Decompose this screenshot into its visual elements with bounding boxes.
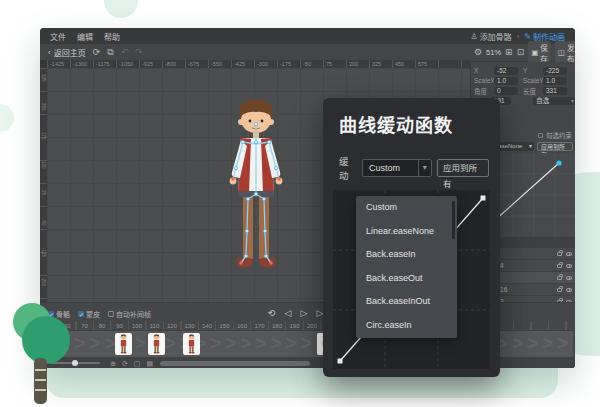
save-button[interactable]: ▣ 保存 [528, 41, 551, 65]
property-label: X [471, 67, 494, 74]
ruler-top-label: -175 [280, 61, 291, 67]
chevron-down-icon: ▾ [529, 142, 532, 151]
eye-icon[interactable] [566, 264, 572, 268]
publish-button[interactable]: ◫ 发布 [555, 41, 575, 65]
easing-option[interactable]: Back.easeIn [356, 243, 457, 267]
property-value-field[interactable]: 1.0 [494, 77, 518, 85]
gear-icon[interactable]: ⚙ [474, 48, 482, 57]
ruler-top-label: -925 [142, 61, 153, 67]
ruler-left-label: 325 [41, 74, 46, 82]
slider-handle[interactable] [72, 360, 78, 366]
property-select[interactable]: 自选▾ [533, 97, 575, 105]
apply-all-button[interactable]: 应用到所有 [437, 159, 489, 177]
ruler-left-label: 25 [41, 190, 46, 195]
play-icon[interactable]: ▷ [300, 309, 307, 318]
ruler-top-label: -425 [234, 61, 245, 67]
easing-option[interactable]: Linear.easeNone [356, 220, 457, 244]
pen-icon: ✎ [524, 32, 531, 41]
add-icon[interactable]: ⊕ [110, 360, 116, 367]
menu-item[interactable]: 编辑 [77, 31, 93, 42]
duplicate-icon[interactable]: ⧉ [107, 48, 113, 57]
property-value-field[interactable]: 0 [494, 87, 518, 95]
refresh-icon[interactable]: ⟳ [93, 48, 101, 57]
menu-item[interactable]: 文件 [50, 31, 66, 42]
zoom-in-icon[interactable]: ⊞ [505, 48, 513, 57]
menu-item[interactable]: 帮助 [104, 31, 120, 42]
ruler-top-label: -1425 [50, 61, 64, 67]
toggle-label: 自动补间帧 [116, 309, 151, 319]
property-value-field[interactable]: -225 [543, 67, 567, 75]
ruler-top-label: -1050 [119, 61, 133, 67]
ruler-top-label: 450 [395, 61, 404, 67]
easing-select[interactable]: Custom ▾ [362, 159, 432, 177]
lock-icon[interactable] [557, 264, 562, 268]
frame-number: 200 [304, 323, 320, 329]
zoom-level[interactable]: 51% [486, 48, 501, 57]
curve-handle-end [481, 196, 486, 201]
timeline-footer-icons: ⊕⟳▢▤ [110, 357, 153, 368]
property-value-field[interactable]: -52 [494, 67, 518, 75]
playback-controls: ⟲◁▷▷▏ [268, 306, 330, 321]
loop-icon[interactable]: ⟲ [268, 309, 276, 318]
ruler-left-label: 100 [41, 161, 46, 169]
timeline-toggle[interactable]: ✓蒙皮 [78, 309, 100, 319]
keyframe-thumbnail[interactable] [115, 333, 132, 355]
property-label: 长度 [520, 86, 543, 96]
lock-icon[interactable] [557, 252, 562, 256]
property-label: ScaleX [471, 77, 494, 84]
back-chevron-icon: ‹ [48, 48, 51, 57]
frame-number: 170 [252, 323, 268, 329]
ruler-top-label: -300 [257, 61, 268, 67]
timeline-toggle[interactable]: 自动补间帧 [108, 309, 151, 319]
undo-icon[interactable]: ↶ [121, 48, 129, 57]
list-scrollbar[interactable] [452, 201, 455, 239]
easing-options-list: CustomLinear.easeNoneBack.easeInBack.eas… [356, 196, 457, 338]
curve-handle-cyan [556, 160, 561, 165]
back-home-button[interactable]: ‹ 返回主页 [48, 47, 86, 58]
eye-icon[interactable] [566, 276, 572, 280]
frame-number: 130 [182, 323, 198, 329]
publish-icon: ◫ [558, 48, 565, 57]
character-illustration[interactable] [196, 86, 316, 286]
prev-frame-icon[interactable]: ◁ [285, 309, 292, 318]
easing-option[interactable]: Custom [356, 196, 457, 220]
keyframe-thumbnail[interactable] [148, 333, 165, 355]
property-value-field[interactable]: 331 [543, 87, 567, 95]
vertical-ruler: 32525017510025-50-125-200 [40, 68, 47, 302]
workflow-steps: ♙ 添加骨骼 › ✎ 制作动画 [470, 31, 565, 42]
frame-number: 180 [269, 323, 285, 329]
ruler-corner [40, 60, 47, 68]
panel-apply-all-button[interactable]: 应用到所有 [537, 142, 573, 151]
decor-circle-top [104, 0, 138, 18]
curve-handle-start [338, 359, 343, 364]
chevron-down-icon: ▾ [571, 97, 574, 105]
easing-option[interactable]: Back.easeOut [356, 267, 457, 291]
ruler-top-label: -1175 [96, 61, 110, 67]
checkbox-icon [108, 311, 114, 317]
lock-icon[interactable] [557, 276, 562, 280]
redo-icon[interactable]: ↷ [135, 48, 143, 57]
add-skeleton-step[interactable]: ♙ 添加骨骼 [470, 31, 511, 42]
constraint-checkbox[interactable] [538, 133, 543, 138]
make-animation-step[interactable]: ✎ 制作动画 [524, 31, 565, 42]
save-icon: ▣ [531, 48, 538, 57]
ruler-left-label: 175 [41, 132, 46, 140]
ruler-top-label: 75 [326, 61, 332, 67]
property-row: 角度0长度331 [471, 86, 575, 95]
timeline-scrollbar[interactable] [160, 361, 310, 366]
frame-box-icon[interactable]: ▢ [134, 360, 141, 367]
property-value-field[interactable]: 1.0 [543, 77, 567, 85]
keyframe-thumbnail[interactable] [183, 333, 200, 355]
property-select-value: 自选 [536, 97, 549, 105]
ruler-top-label: 325 [372, 61, 381, 67]
eye-icon[interactable] [566, 288, 572, 292]
delete-icon[interactable]: ▤ [146, 360, 153, 367]
easing-option[interactable]: Back.easeInOut [356, 290, 457, 314]
eye-icon[interactable] [566, 252, 572, 256]
lock-icon[interactable] [557, 288, 562, 292]
reset-icon[interactable]: ⟳ [122, 360, 128, 367]
fit-screen-icon[interactable]: ⊡ [517, 48, 525, 57]
ruler-top-label: -800 [165, 61, 176, 67]
easing-label: 缓动 [339, 154, 357, 182]
easing-option[interactable]: Circ.easeIn [356, 314, 457, 338]
